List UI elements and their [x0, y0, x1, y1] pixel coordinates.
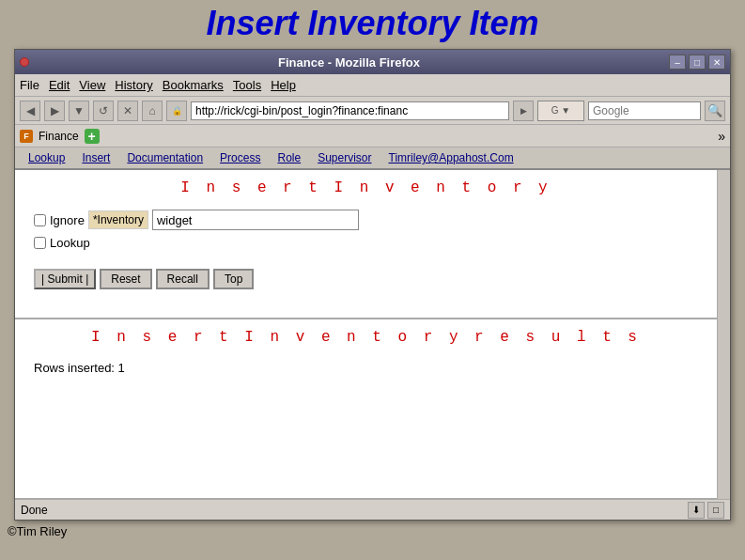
vertical-scrollbar[interactable] — [717, 170, 730, 499]
app-nav-supervisor[interactable]: Supervisor — [310, 149, 379, 166]
recall-button[interactable]: Recall — [156, 269, 210, 289]
menu-file[interactable]: File — [20, 78, 39, 92]
stop-button[interactable]: ✕ — [117, 101, 138, 121]
url-input[interactable] — [191, 101, 509, 120]
app-nav-process[interactable]: Process — [212, 149, 268, 166]
close-button[interactable]: ✕ — [708, 54, 725, 70]
refresh-button[interactable]: ↺ — [93, 101, 114, 121]
ssl-icon: 🔒 — [166, 101, 187, 121]
app-nav-lookup[interactable]: Lookup — [21, 149, 72, 166]
bookmarks-bar: F Finance + » — [15, 125, 730, 148]
window-title: Finance - Mozilla Firefox — [29, 55, 669, 70]
form-row-lookup: Lookup — [34, 236, 698, 250]
results-section: I n s e r t I n v e n t o r y r e s u l … — [15, 319, 717, 382]
search-button[interactable]: 🔍 — [705, 101, 725, 121]
home-button[interactable]: ⌂ — [142, 101, 163, 121]
ignore-checkbox[interactable] — [34, 214, 46, 226]
content-wrapper: I n s e r t I n v e n t o r y Ignore *In… — [15, 170, 730, 499]
inventory-field-label: *Inventory — [88, 210, 148, 229]
ignore-label: Ignore — [50, 213, 85, 227]
search-input[interactable] — [588, 101, 701, 120]
insert-inventory-title: I n s e r t I n v e n t o r y — [15, 170, 717, 204]
menu-bookmarks[interactable]: Bookmarks — [163, 78, 224, 92]
lookup-checkbox[interactable] — [34, 237, 46, 249]
page-title: Insert Inventory Item — [0, 0, 745, 49]
status-icon-1[interactable]: ⬇ — [688, 502, 705, 519]
menu-edit[interactable]: Edit — [49, 78, 70, 92]
add-bookmark-button[interactable]: + — [85, 129, 100, 144]
back-button[interactable]: ◀ — [20, 101, 40, 121]
app-nav-role[interactable]: Role — [270, 149, 308, 166]
status-icon-2[interactable]: □ — [707, 502, 724, 519]
page-footer: ©Tim Riley — [0, 521, 745, 542]
dropdown-button[interactable]: ▼ — [69, 101, 89, 121]
lookup-checkbox-label[interactable]: Lookup — [34, 236, 90, 250]
top-button[interactable]: Top — [213, 269, 254, 289]
content-area: I n s e r t I n v e n t o r y Ignore *In… — [15, 170, 717, 499]
status-text: Done — [21, 504, 48, 517]
status-icons: ⬇ □ — [688, 502, 724, 519]
form-area: Ignore *Inventory Lookup — [15, 204, 717, 261]
menu-history[interactable]: History — [115, 78, 152, 92]
address-bar: ◀ ▶ ▼ ↺ ✕ ⌂ 🔒 ▶ G ▼ 🔍 — [15, 97, 730, 125]
browser-window: Finance - Mozilla Firefox – □ ✕ File Edi… — [14, 49, 731, 521]
rows-inserted-text: Rows inserted: 1 — [15, 353, 717, 382]
bookmark-finance[interactable]: Finance — [39, 130, 79, 143]
inventory-input[interactable] — [152, 210, 359, 230]
main-content: I n s e r t I n v e n t o r y Ignore *In… — [15, 170, 717, 499]
reset-button[interactable]: Reset — [100, 269, 151, 289]
status-bar: Done ⬇ □ — [15, 499, 730, 520]
menu-bar: File Edit View History Bookmarks Tools H… — [15, 74, 730, 97]
menu-help[interactable]: Help — [271, 78, 296, 92]
form-row-inventory: Ignore *Inventory — [34, 210, 698, 230]
search-engine-icon: G ▼ — [537, 101, 584, 121]
title-bar-left — [20, 57, 29, 67]
app-nav-insert[interactable]: Insert — [74, 149, 117, 166]
bookmark-icon: F — [20, 130, 33, 143]
app-nav-documentation[interactable]: Documentation — [119, 149, 210, 166]
title-bar: Finance - Mozilla Firefox – □ ✕ — [15, 50, 730, 74]
results-title: I n s e r t I n v e n t o r y r e s u l … — [15, 319, 717, 353]
window-close-dot[interactable] — [20, 57, 29, 67]
minimize-button[interactable]: – — [669, 54, 686, 70]
lookup-label: Lookup — [50, 236, 90, 250]
forward-button[interactable]: ▶ — [44, 101, 65, 121]
button-row: | Submit | Reset Recall Top — [34, 269, 717, 289]
ignore-checkbox-label[interactable]: Ignore — [34, 213, 85, 227]
app-nav-user[interactable]: Timriley@Appahost.Com — [381, 149, 521, 166]
maximize-button[interactable]: □ — [689, 54, 706, 70]
bookmarks-expand-button[interactable]: » — [718, 129, 725, 144]
address-go-button[interactable]: ▶ — [513, 101, 534, 121]
menu-tools[interactable]: Tools — [233, 78, 261, 92]
submit-button[interactable]: | Submit | — [34, 269, 96, 289]
menu-view[interactable]: View — [79, 78, 105, 92]
window-controls: – □ ✕ — [669, 54, 725, 70]
app-nav: Lookup Insert Documentation Process Role… — [15, 148, 730, 170]
